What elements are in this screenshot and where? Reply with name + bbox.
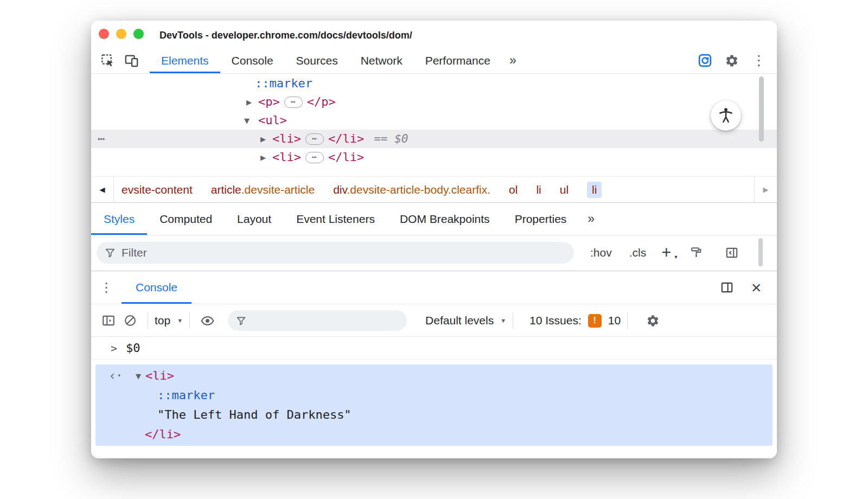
tag-close[interactable]: </li> <box>328 150 364 164</box>
expand-arrow-icon[interactable]: ▶ <box>246 93 252 112</box>
tab-elements[interactable]: Elements <box>150 48 220 73</box>
tab-dom-breakpoints[interactable]: DOM Breakpoints <box>387 203 502 235</box>
back-arrow-icon: ◀ <box>100 185 105 194</box>
console-prompt-row[interactable]: > $0 <box>91 337 777 360</box>
console-drawer-header: ⋮ Console × <box>91 271 777 304</box>
split-panel-icon <box>720 280 734 295</box>
inspect-element-button[interactable] <box>95 48 119 73</box>
overflow-menu-button[interactable]: ⋮ <box>748 48 770 73</box>
divider <box>189 312 190 329</box>
breadcrumb-item-ol[interactable]: ol <box>509 183 518 196</box>
expand-arrow-icon[interactable]: ▶ <box>260 149 266 167</box>
collapse-arrow-icon[interactable]: ▼ <box>136 367 141 386</box>
close-window-button[interactable] <box>99 29 109 39</box>
toggle-element-state-button[interactable]: :hov <box>590 246 612 259</box>
console-filter-input[interactable] <box>251 315 399 327</box>
more-style-tabs-button[interactable]: » <box>579 203 603 235</box>
console-result-block[interactable]: ‹· ▼ <li> ::marker "The Left Hand of Dar… <box>95 364 773 446</box>
tag-close[interactable]: </p> <box>307 95 336 108</box>
dom-tree-scrollbar[interactable] <box>759 76 764 142</box>
styles-scrollbar[interactable] <box>758 238 763 266</box>
execution-context-selector[interactable]: top ▼ <box>155 314 183 327</box>
drawer-overflow-button[interactable]: ⋮ <box>91 271 122 304</box>
log-levels-selector[interactable]: Default levels ▼ <box>425 314 506 327</box>
result-line-li-close: </li> <box>95 425 773 444</box>
issue-warning-icon: ! <box>588 314 602 328</box>
console-toolbar: top ▼ Default levels ▼ 10 Issues: ! 10 <box>91 305 777 337</box>
tag-open[interactable]: <li> <box>272 132 301 145</box>
divider <box>627 312 628 329</box>
device-toolbar-button[interactable] <box>119 48 143 73</box>
toggle-sidebar-button[interactable] <box>721 246 743 260</box>
drawer-tab-console[interactable]: Console <box>122 271 192 304</box>
breadcrumb-item-li[interactable]: li <box>536 183 541 196</box>
element-classes-button[interactable]: .cls <box>629 246 647 259</box>
collapse-arrow-icon[interactable]: ▼ <box>244 112 250 130</box>
tag-close[interactable]: </li> <box>328 132 364 145</box>
collapsed-content-pill[interactable]: ⋯ <box>305 133 324 145</box>
dollar-zero-annotation: == $0 <box>374 132 408 145</box>
breadcrumb-item-ul[interactable]: ul <box>560 183 569 196</box>
zoom-window-button[interactable] <box>133 29 144 39</box>
clear-console-button[interactable] <box>119 314 141 328</box>
dom-row-li[interactable]: ▶ <li>⋯</li> <box>91 148 777 167</box>
close-drawer-button[interactable]: × <box>744 271 768 304</box>
console-settings-button[interactable] <box>642 314 663 328</box>
styles-filter-input[interactable] <box>122 246 566 259</box>
overflow-menu-icon: ⋮ <box>100 280 113 295</box>
refresh-icon <box>698 53 712 68</box>
console-sidebar-icon <box>101 314 116 328</box>
collapsed-content-pill[interactable]: ⋯ <box>284 97 303 108</box>
tab-properties[interactable]: Properties <box>502 203 579 235</box>
tab-layout[interactable]: Layout <box>225 203 284 235</box>
marker-pseudo-element[interactable]: ::marker <box>255 74 312 93</box>
breadcrumb-item-li-selected[interactable]: li <box>587 182 602 198</box>
breadcrumb-item-devsite-content[interactable]: evsite-content <box>122 183 193 196</box>
eager-eval-button[interactable] <box>196 314 218 328</box>
dom-row-ul[interactable]: ▼ <ul> <box>91 111 777 130</box>
tab-console[interactable]: Console <box>220 48 285 73</box>
breadcrumb-item-article[interactable]: article.devsite-article <box>211 183 315 196</box>
collapsed-content-pill[interactable]: ⋯ <box>305 152 324 163</box>
forward-arrow-icon: ▶ <box>763 185 769 194</box>
refresh-button[interactable] <box>693 48 716 73</box>
dom-row-li2-code: <li>⋯</li> <box>272 148 364 167</box>
tag-open[interactable]: <ul> <box>258 113 287 127</box>
expand-arrow-icon[interactable]: ▶ <box>260 130 266 149</box>
tab-network[interactable]: Network <box>349 48 414 73</box>
styles-filter[interactable] <box>97 242 574 264</box>
dom-row-marker[interactable]: ::marker <box>91 74 777 93</box>
tab-styles[interactable]: Styles <box>91 203 147 235</box>
tab-sources[interactable]: Sources <box>285 48 349 73</box>
node-options-icon[interactable]: ⋯ <box>98 130 106 148</box>
close-icon: × <box>751 279 762 296</box>
dock-panel-button[interactable] <box>715 271 739 304</box>
tab-event-listeners[interactable]: Event Listeners <box>284 203 387 235</box>
result-tag-open: <li> <box>145 366 174 386</box>
filter-funnel-icon <box>104 247 116 259</box>
breadcrumb-forward-button[interactable]: ▶ <box>754 177 777 202</box>
accessibility-button[interactable] <box>711 100 741 131</box>
tag-open[interactable]: <p> <box>258 95 280 108</box>
tag-open[interactable]: <li> <box>272 150 301 164</box>
breadcrumb-back-button[interactable]: ◀ <box>91 177 114 202</box>
breadcrumb-item-div[interactable]: div.devsite-article-body.clearfix. <box>333 183 490 196</box>
dom-row-li-selected[interactable]: ⋯ ▶ <li>⋯</li>== $0 <box>91 130 777 148</box>
console-filter[interactable] <box>228 310 407 331</box>
settings-button[interactable] <box>720 48 743 73</box>
console-sidebar-button[interactable] <box>98 314 119 328</box>
minimize-window-button[interactable] <box>116 29 126 39</box>
dom-row-p-code: <p>⋯</p> <box>258 93 336 111</box>
rendering-emulations-button[interactable] <box>685 246 707 259</box>
styles-toolbar: :hov .cls + ▼ <box>91 235 777 270</box>
tab-computed[interactable]: Computed <box>147 203 225 235</box>
tab-performance[interactable]: Performance <box>414 48 502 73</box>
issues-counter[interactable]: 10 Issues: ! 10 <box>529 314 621 328</box>
breadcrumb-list: evsite-content article.devsite-article d… <box>114 182 754 198</box>
more-panels-button[interactable]: » <box>502 48 524 73</box>
console-input-text[interactable]: $0 <box>126 337 141 360</box>
new-style-rule-button[interactable]: + ▼ <box>661 245 671 261</box>
dom-row-p[interactable]: ▶ <p>⋯</p> <box>91 93 777 111</box>
inspect-cursor-icon <box>100 53 115 68</box>
styles-pane-tabs: Styles Computed Layout Event Listeners D… <box>91 202 777 235</box>
